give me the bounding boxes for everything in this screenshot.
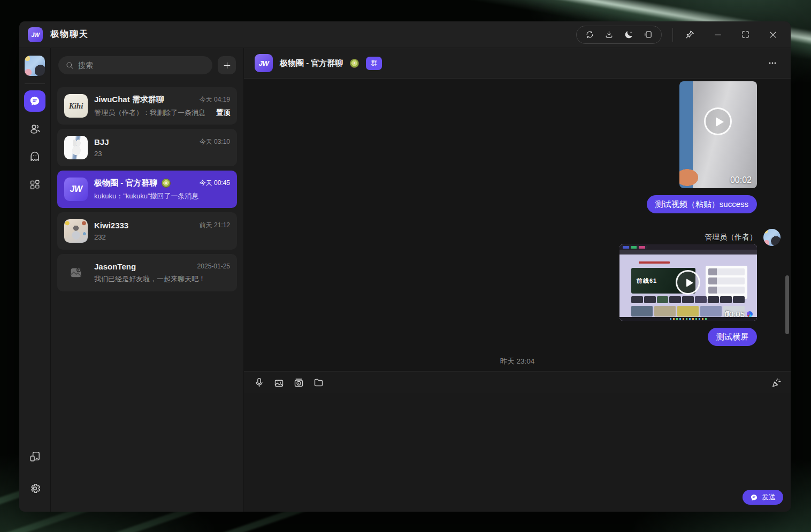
kiwi-emoji-icon [349,58,361,69]
pin-icon [685,29,695,40]
image-placeholder-icon [68,265,83,280]
app-title: 极物聊天 [50,29,89,40]
party-popper-icon [770,377,781,388]
sender-avatar[interactable] [763,229,781,246]
contacts-icon [28,122,41,135]
ghost-icon [28,150,41,163]
refresh-icon [585,30,594,39]
nav-ai-button[interactable] [24,146,45,167]
message-bubble[interactable]: 测试视频（粘贴）success [647,195,757,213]
grid-icon [29,179,41,190]
nav-apps-button[interactable] [24,174,45,195]
user-avatar[interactable] [25,56,45,76]
more-button[interactable] [767,58,778,68]
nav-settings-button[interactable] [24,477,45,499]
chat-panel: JW 极物圈 - 官方群聊 群 00:02 测试视频（粘贴）success 管理… [244,48,791,512]
nav-divider [25,83,45,84]
nav-devices-button[interactable] [24,445,45,467]
play-button-icon[interactable] [704,107,732,135]
group-badge: 群 [366,57,382,70]
chat-name: 极物圈 - 官方群聊 [94,178,157,188]
message-input[interactable]: 发送 [244,393,791,512]
play-button-icon[interactable] [676,270,700,295]
search-box[interactable] [58,56,212,74]
image-icon [273,377,285,388]
minimize-icon [713,30,723,40]
titlebar-tool-group [576,26,662,44]
close-icon [768,30,778,40]
celebrate-button[interactable] [770,377,781,388]
video-button[interactable] [293,377,304,388]
voice-button[interactable] [254,377,265,388]
video-icon [293,377,304,388]
titlebar: JW 极物聊天 [19,21,791,48]
maximize-icon [741,30,750,39]
download-icon [605,30,614,39]
close-button[interactable] [768,30,778,40]
video-message-landscape[interactable]: 前线61 00:05 [619,244,757,321]
chat-avatar [64,136,88,159]
file-button[interactable] [313,377,324,388]
chat-list-item-jasonteng[interactable]: JasonTeng 2025-01-25 我们已经是好友啦，一起来聊天吧！ [57,254,237,291]
chat-header: JW 极物圈 - 官方群聊 群 [244,48,791,79]
scrollbar-thumb[interactable] [785,275,789,334]
chat-list-item-bjj[interactable]: BJJ 今天 03:10 23 [57,129,237,166]
search-input[interactable] [78,61,205,70]
chat-list-item-jiwuquan[interactable]: JW 极物圈 - 官方群聊 今天 00:45 kukuku："kukuku"撤回… [57,171,237,208]
chat-name: JiwuChat 需求群聊 [94,95,164,105]
send-button[interactable]: 发送 [743,490,783,505]
search-icon [65,61,74,70]
chat-last-message: 我们已经是好友啦，一起来聊天吧！ [94,274,205,284]
nav-contacts-button[interactable] [24,118,45,140]
chat-avatar: Kihi [64,94,88,118]
send-label: 发送 [762,492,776,502]
more-icon [767,58,778,68]
chat-last-message: kukuku："kukuku"撤回了一条消息 [94,191,199,201]
chat-avatar [64,219,88,243]
video-duration: 00:05 [724,310,753,319]
browser-logo-dot [747,311,753,317]
chat-list: Kihi JiwuChat 需求群聊 今天 04:19 管理员（作者）：我删除了… [51,87,243,296]
image-button[interactable] [273,377,285,388]
theme-toggle-button[interactable] [624,30,633,40]
chat-time: 今天 04:19 [200,95,230,104]
chat-avatar-placeholder [64,261,88,284]
download-button[interactable] [605,30,614,39]
microphone-icon [254,377,265,388]
chat-last-message: 管理员（作者）：我删除了一条消息 [94,108,205,118]
chat-time: 今天 03:10 [200,137,230,147]
chat-time: 前天 21:12 [200,221,230,230]
chat-title: 极物圈 - 官方群聊 [280,58,343,68]
sender-name: 管理员（作者） [705,233,757,242]
chat-bubble-icon [29,95,41,107]
chat-name: BJJ [94,137,109,147]
group-avatar: JW [255,54,273,72]
nav-chats-button[interactable] [24,90,45,112]
message-area: 00:02 测试视频（粘贴）success 管理员（作者） 前线61 [244,79,791,371]
refresh-button[interactable] [585,30,594,39]
pinned-tag: 置顶 [216,108,230,118]
input-toolbar [244,371,791,393]
gear-icon [29,482,41,495]
chat-list-panel: Kihi JiwuChat 需求群聊 今天 04:19 管理员（作者）：我删除了… [51,48,244,512]
message-bubble[interactable]: 测试横屏 [708,328,757,346]
time-divider: 昨天 23:04 [244,357,791,366]
chat-list-item-jiwuchat[interactable]: Kihi JiwuChat 需求群聊 今天 04:19 管理员（作者）：我删除了… [57,87,237,125]
video-message-portrait[interactable]: 00:02 [679,81,757,188]
mini-window-button[interactable] [644,30,653,39]
minimize-button[interactable] [713,30,723,40]
plus-icon [223,61,232,70]
app-logo: JW [28,27,43,42]
chat-name: JasonTeng [94,262,136,271]
app-window: JW 极物聊天 [19,21,791,512]
add-chat-button[interactable] [218,56,236,74]
chat-list-item-kiwi2333[interactable]: Kiwi2333 前天 21:12 232 [57,212,237,250]
titlebar-separator [672,28,673,42]
chat-name: Kiwi2333 [94,221,128,230]
pin-button[interactable] [685,29,695,40]
send-bubble-icon [750,494,758,502]
mini-window-icon [644,30,653,39]
folder-icon [313,377,324,388]
chat-last-message: 232 [94,233,106,241]
maximize-button[interactable] [741,30,750,39]
